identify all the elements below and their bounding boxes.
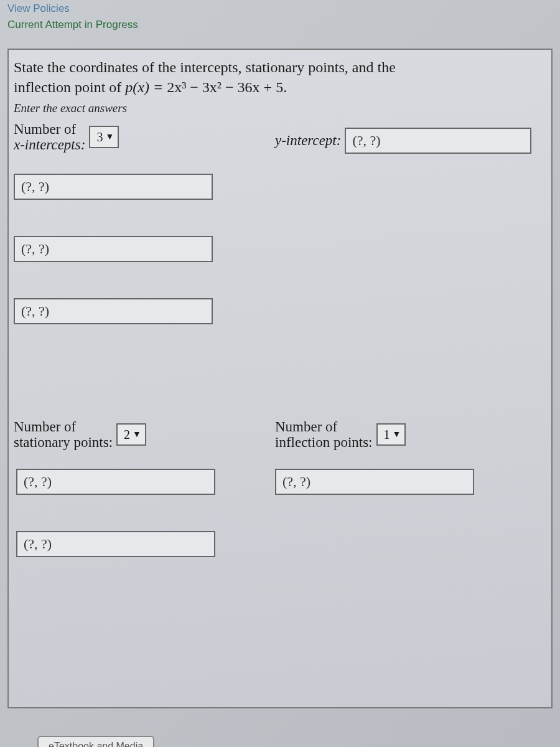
- problem-line1: State the coordinates of the intercepts,…: [14, 59, 396, 75]
- view-policies-link[interactable]: View Policies: [7, 2, 553, 15]
- stationary-value-1: (?, ?): [24, 474, 52, 490]
- inflection-count-value: 1: [384, 428, 390, 442]
- problem-statement: State the coordinates of the intercepts,…: [11, 56, 549, 100]
- stationary-input-2[interactable]: (?, ?): [16, 531, 215, 557]
- y-intercept-input[interactable]: (?, ?): [345, 128, 531, 154]
- inflection-value-1: (?, ?): [282, 474, 310, 490]
- function-lhs: p(x) =: [125, 79, 167, 95]
- problem-line2-prefix: inflection point of: [14, 79, 125, 95]
- x-intercepts-count-select[interactable]: 3 ▼: [89, 126, 119, 148]
- instruction-text: Enter the exact answers: [11, 100, 549, 120]
- inflection-input-1[interactable]: (?, ?): [275, 469, 474, 495]
- chevron-down-icon: ▼: [393, 430, 401, 439]
- chevron-down-icon: ▼: [133, 430, 141, 439]
- x-intercept-value-1: (?, ?): [21, 179, 49, 195]
- x-intercepts-label: Number of x-intercepts:: [14, 121, 85, 153]
- inflection-label-line2: inflection points:: [275, 435, 373, 450]
- inflection-count-select[interactable]: 1 ▼: [376, 423, 406, 446]
- y-intercept-label: y-intercept:: [275, 133, 341, 149]
- stationary-label-line1: Number of: [14, 419, 76, 435]
- top-links: View Policies Current Attempt in Progres…: [7, 0, 553, 36]
- x-intercept-input-2[interactable]: (?, ?): [14, 236, 213, 262]
- stationary-count-value: 2: [124, 428, 130, 442]
- points-inputs-row: (?, ?) (?, ?) (?, ?): [11, 460, 549, 558]
- points-row: Number of stationary points: 2 ▼ Number …: [11, 418, 549, 452]
- x-intercepts-count-value: 3: [96, 130, 103, 144]
- etextbook-button[interactable]: eTextbook and Media: [37, 736, 154, 747]
- chevron-down-icon: ▼: [105, 132, 114, 142]
- stationary-label-line2: stationary points:: [14, 435, 113, 450]
- x-intercept-input-3[interactable]: (?, ?): [14, 298, 213, 324]
- y-intercept-value: (?, ?): [352, 133, 380, 149]
- inflection-label-line1: Number of: [275, 419, 337, 435]
- x-intercepts-label-line1: Number of: [14, 121, 76, 137]
- stationary-input-1[interactable]: (?, ?): [16, 469, 215, 495]
- x-intercept-value-3: (?, ?): [21, 303, 49, 319]
- inflection-label: Number of inflection points:: [275, 419, 373, 451]
- x-intercept-value-2: (?, ?): [21, 241, 49, 257]
- current-attempt-link[interactable]: Current Attempt in Progress: [7, 19, 138, 31]
- stationary-count-select[interactable]: 2 ▼: [116, 423, 146, 446]
- problem-container: State the coordinates of the intercepts,…: [7, 49, 553, 708]
- x-intercepts-label-line2: x-intercepts:: [14, 137, 85, 153]
- function-rhs: 2x³ − 3x² − 36x + 5.: [167, 79, 287, 95]
- intercepts-row: Number of x-intercepts: 3 ▼ y-intercept:…: [11, 120, 549, 155]
- stationary-label: Number of stationary points:: [14, 419, 113, 451]
- x-intercept-input-1[interactable]: (?, ?): [14, 174, 213, 200]
- etextbook-label: eTextbook and Media: [49, 741, 143, 747]
- stationary-value-2: (?, ?): [24, 536, 52, 552]
